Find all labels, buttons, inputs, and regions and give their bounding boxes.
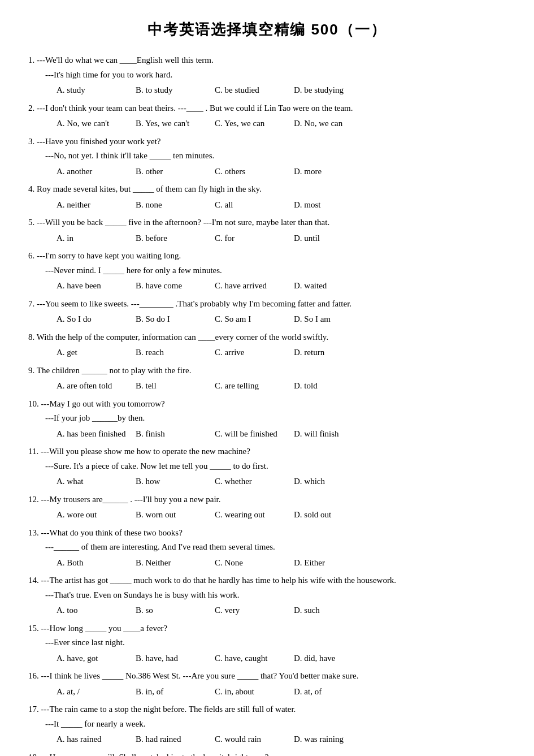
option-4-D: D. most [294,198,373,213]
question-line-15: 15. ---How long _____ you ____a fever? [28,621,506,636]
option-14-D: D. such [294,603,373,618]
option-4-C: C. all [215,198,294,213]
question-block-15: 15. ---How long _____ you ____a fever?--… [28,621,506,666]
option-15-C: C. have, caught [215,651,294,666]
question-block-3: 3. ---Have you finished your work yet?--… [28,135,506,179]
question-block-18: 18. ---He seems _____ ill. Shall we take… [28,750,506,756]
option-4-B: B. none [136,198,215,213]
question-subline-10-1: ---If your job ______by then. [45,411,506,426]
question-line-6: 6. ---I'm sorry to have kept you waiting… [28,249,506,263]
option-12-B: B. worn out [136,508,215,522]
option-11-D: D. which [294,474,373,489]
options-line-13: A. BothB. NeitherC. NoneD. Either [57,556,506,571]
options-line-2: A. No, we can'tB. Yes, we can'tC. Yes, w… [57,116,506,131]
question-line-16: 16. ---I think he lives _____ No.386 Wes… [28,669,506,684]
option-8-A: A. get [57,345,136,360]
option-4-A: A. neither [57,198,136,213]
option-17-A: A. has rained [57,732,136,747]
question-subline-1-1: ---It's high time for you to work hard. [45,68,506,83]
question-block-16: 16. ---I think he lives _____ No.386 Wes… [28,669,506,699]
question-line-8: 8. With the help of the computer, inform… [28,330,506,345]
question-block-14: 14. ---The artist has got _____ much wor… [28,573,506,618]
option-2-A: A. No, we can't [57,116,136,131]
option-9-D: D. told [294,379,373,394]
question-block-2: 2. ---I don't think your team can beat t… [28,101,506,131]
option-1-A: A. study [57,83,136,98]
options-line-16: A. at, /B. in, ofC. in, aboutD. at, of [57,685,506,699]
option-12-D: D. sold out [294,508,373,522]
question-subline-14-1: ---That's true. Even on Sundays he is bu… [45,588,506,603]
question-line-1: 1. ---We'll do what we can ____English w… [28,53,506,68]
option-11-B: B. how [136,474,215,489]
option-13-C: C. None [215,556,294,571]
question-block-7: 7. ---You seem to like sweets. ---______… [28,297,506,327]
option-13-A: A. Both [57,556,136,571]
option-10-B: B. finish [136,427,215,442]
option-5-A: A. in [57,231,136,246]
option-13-D: D. Either [294,556,373,571]
option-1-C: C. be studied [215,83,294,98]
option-10-A: A. has been finished [57,427,136,442]
question-block-10: 10. ---May I go out with you tomorrow?--… [28,397,506,442]
question-block-11: 11. ---Will you please show me how to op… [28,444,506,489]
option-11-A: A. what [57,474,136,489]
option-12-A: A. wore out [57,508,136,522]
option-8-D: D. return [294,345,373,360]
option-8-B: B. reach [136,345,215,360]
question-line-4: 4. Roy made several kites, but _____ of … [28,182,506,197]
question-block-13: 13. ---What do you think of these two bo… [28,526,506,571]
question-line-11: 11. ---Will you please show me how to op… [28,444,506,459]
question-block-6: 6. ---I'm sorry to have kept you waiting… [28,249,506,293]
options-line-5: A. inB. beforeC. forD. until [57,231,506,246]
option-6-B: B. have come [136,279,215,293]
option-3-C: C. others [215,165,294,179]
question-subline-11-1: ---Sure. It's a piece of cake. Now let m… [45,459,506,474]
options-line-15: A. have, gotB. have, hadC. have, caughtD… [57,651,506,666]
question-line-17: 17. ---The rain came to a stop the night… [28,702,506,717]
question-subline-17-1: ---It _____ for nearly a week. [45,717,506,732]
options-line-3: A. anotherB. otherC. othersD. more [57,165,506,179]
questions-container: 1. ---We'll do what we can ____English w… [28,53,506,756]
question-subline-15-1: ---Ever since last night. [45,636,506,650]
question-line-5: 5. ---Will you be back _____ five in the… [28,215,506,230]
question-block-12: 12. ---My trousers are______ . ---I'll b… [28,493,506,522]
options-line-12: A. wore outB. worn outC. wearing outD. s… [57,508,506,522]
question-subline-6-1: ---Never mind. I _____ here for only a f… [45,263,506,278]
question-line-13: 13. ---What do you think of these two bo… [28,526,506,541]
option-5-D: D. until [294,231,373,246]
option-16-B: B. in, of [136,685,215,699]
question-line-12: 12. ---My trousers are______ . ---I'll b… [28,493,506,507]
options-line-6: A. have beenB. have comeC. have arrivedD… [57,279,506,293]
question-subline-13-1: ---______ of them are interesting. And I… [45,540,506,555]
option-17-B: B. had rained [136,732,215,747]
option-5-B: B. before [136,231,215,246]
option-9-C: C. are telling [215,379,294,394]
option-10-C: C. will be finished [215,427,294,442]
option-16-D: D. at, of [294,685,373,699]
options-line-17: A. has rainedB. had rainedC. would rainD… [57,732,506,747]
option-3-A: A. another [57,165,136,179]
option-15-A: A. have, got [57,651,136,666]
question-line-18: 18. ---He seems _____ ill. Shall we take… [28,750,506,756]
question-block-5: 5. ---Will you be back _____ five in the… [28,215,506,245]
option-6-A: A. have been [57,279,136,293]
option-8-C: C. arrive [215,345,294,360]
option-16-A: A. at, / [57,685,136,699]
options-line-1: A. studyB. to studyC. be studiedD. be st… [57,83,506,98]
question-block-1: 1. ---We'll do what we can ____English w… [28,53,506,98]
question-line-2: 2. ---I don't think your team can beat t… [28,101,506,116]
options-line-9: A. are often toldB. tellC. are tellingD.… [57,379,506,394]
option-14-A: A. too [57,603,136,618]
option-2-D: D. No, we can [294,116,373,131]
question-line-3: 3. ---Have you finished your work yet? [28,135,506,149]
option-2-C: C. Yes, we can [215,116,294,131]
option-15-B: B. have, had [136,651,215,666]
option-14-C: C. very [215,603,294,618]
question-block-8: 8. With the help of the computer, inform… [28,330,506,360]
options-line-4: A. neitherB. noneC. allD. most [57,198,506,213]
option-7-C: C. So am I [215,312,294,327]
option-16-C: C. in, about [215,685,294,699]
options-line-10: A. has been finishedB. finishC. will be … [57,427,506,442]
option-11-C: C. whether [215,474,294,489]
question-line-14: 14. ---The artist has got _____ much wor… [28,573,506,588]
